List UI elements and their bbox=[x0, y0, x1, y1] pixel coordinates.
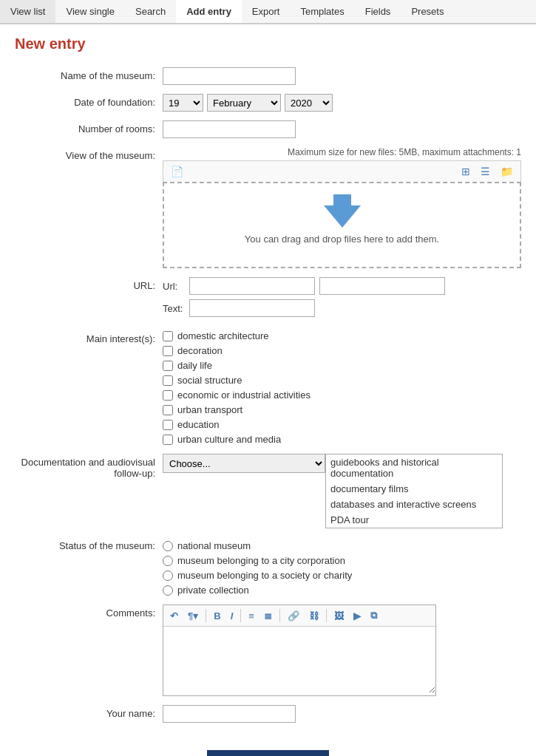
editor-link-btn[interactable]: 🔗 bbox=[284, 609, 303, 623]
editor-bold-btn[interactable]: B bbox=[210, 609, 224, 623]
editor-sep-2 bbox=[240, 609, 241, 622]
interest-checkbox-7[interactable] bbox=[163, 435, 173, 445]
editor-ol-btn[interactable]: ≣ bbox=[260, 609, 276, 623]
status-item-0[interactable]: national museum bbox=[163, 540, 521, 551]
status-control: national museum museum belonging to a ci… bbox=[163, 537, 521, 596]
folder-icon[interactable]: 📁 bbox=[498, 164, 516, 179]
list-view-icon[interactable]: ☰ bbox=[478, 164, 493, 179]
interest-item-2[interactable]: daily life bbox=[163, 360, 521, 371]
editor-sep-1 bbox=[206, 609, 206, 622]
editor-code-btn[interactable]: ⧉ bbox=[367, 608, 381, 623]
nav-view-list[interactable]: View list bbox=[0, 0, 55, 23]
status-label-3: private collection bbox=[177, 585, 249, 596]
interest-checkbox-0[interactable] bbox=[163, 331, 173, 341]
comments-control: ↶ ¶▾ B I ≡ ≣ 🔗 ⛓ 🖼 ▶ ⧉ bbox=[163, 605, 521, 696]
interest-item-6[interactable]: education bbox=[163, 419, 521, 430]
interest-item-7[interactable]: urban culture and media bbox=[163, 434, 521, 445]
file-info: Maximum size for new files: 5MB, maximum… bbox=[163, 147, 521, 157]
day-select[interactable]: 19 bbox=[163, 94, 203, 112]
button-row: SAVE AND VIEW bbox=[15, 732, 521, 756]
interest-label-1: decoration bbox=[177, 345, 223, 356]
interest-item-0[interactable]: domestic architecture bbox=[163, 330, 521, 341]
navigation: View list View single Search Add entry E… bbox=[0, 0, 536, 24]
nav-add-entry[interactable]: Add entry bbox=[176, 0, 242, 23]
url-extra-input[interactable] bbox=[319, 277, 445, 295]
url-text-input[interactable] bbox=[189, 299, 315, 317]
new-file-icon[interactable]: 📄 bbox=[168, 164, 186, 179]
year-select[interactable]: 2020 bbox=[285, 94, 333, 112]
editor-ul-btn[interactable]: ≡ bbox=[245, 609, 258, 623]
view-control: Maximum size for new files: 5MB, maximum… bbox=[163, 147, 521, 268]
interest-label-6: education bbox=[177, 419, 219, 430]
editor-video-btn[interactable]: ▶ bbox=[350, 609, 364, 623]
drop-text: You can drag and drop files here to add … bbox=[245, 234, 439, 245]
status-item-2[interactable]: museum belonging to a society or charity bbox=[163, 570, 521, 581]
interest-item-3[interactable]: social structure bbox=[163, 375, 521, 386]
interest-checkbox-3[interactable] bbox=[163, 375, 173, 386]
interests-list: domestic architecture decoration daily l… bbox=[163, 330, 521, 445]
nav-templates[interactable]: Templates bbox=[290, 0, 354, 23]
editor-image-btn[interactable]: 🖼 bbox=[330, 609, 347, 623]
url-row: URL: Url: Text: bbox=[15, 277, 521, 321]
rooms-input[interactable] bbox=[163, 120, 296, 138]
name-input[interactable] bbox=[163, 67, 296, 85]
editor-format-btn[interactable]: ¶▾ bbox=[184, 609, 202, 623]
status-radio-0[interactable] bbox=[163, 541, 173, 551]
grid-view-icon[interactable]: ⊞ bbox=[458, 164, 473, 179]
editor-italic-btn[interactable]: I bbox=[227, 609, 237, 623]
url-control: Url: Text: bbox=[163, 277, 521, 321]
doc-option-0[interactable]: guidebooks and historical documentation bbox=[326, 454, 502, 481]
interest-label-7: urban culture and media bbox=[177, 434, 281, 445]
status-item-1[interactable]: museum belonging to a city corporation bbox=[163, 555, 521, 566]
date-control: 19 February 2020 bbox=[163, 94, 521, 112]
interest-item-5[interactable]: urban transport bbox=[163, 404, 521, 415]
comments-textarea[interactable] bbox=[163, 627, 435, 693]
name-control bbox=[163, 67, 521, 85]
yourname-control bbox=[163, 705, 521, 723]
interest-checkbox-6[interactable] bbox=[163, 420, 173, 430]
status-item-3[interactable]: private collection bbox=[163, 585, 521, 596]
interest-checkbox-5[interactable] bbox=[163, 405, 173, 415]
interest-checkbox-4[interactable] bbox=[163, 390, 173, 401]
yourname-input[interactable] bbox=[163, 705, 296, 723]
interest-label-4: economic or industrial activities bbox=[177, 389, 311, 401]
status-radio-2[interactable] bbox=[163, 571, 173, 581]
name-label: Name of the museum: bbox=[15, 67, 163, 81]
month-select[interactable]: February bbox=[207, 94, 281, 112]
interest-checkbox-1[interactable] bbox=[163, 346, 173, 356]
interest-label-3: social structure bbox=[177, 375, 242, 386]
dropzone[interactable]: You can drag and drop files here to add … bbox=[163, 182, 521, 268]
nav-export[interactable]: Export bbox=[242, 0, 291, 23]
doc-select[interactable]: Choose... guidebooks and historical docu… bbox=[163, 454, 325, 473]
interests-control: domestic architecture decoration daily l… bbox=[163, 330, 521, 445]
editor-undo-btn[interactable]: ↶ bbox=[166, 609, 182, 623]
date-label: Date of foundation: bbox=[15, 94, 163, 108]
url-input[interactable] bbox=[189, 277, 315, 295]
status-label-2: museum belonging to a society or charity bbox=[177, 570, 352, 581]
status-list: national museum museum belonging to a ci… bbox=[163, 540, 521, 596]
doc-option-3[interactable]: PDA tour bbox=[326, 512, 502, 528]
view-row: View of the museum: Maximum size for new… bbox=[15, 147, 521, 268]
interest-checkbox-2[interactable] bbox=[163, 361, 173, 371]
nav-fields[interactable]: Fields bbox=[355, 0, 401, 23]
url-label: URL: bbox=[15, 277, 163, 291]
editor-toolbar: ↶ ¶▾ B I ≡ ≣ 🔗 ⛓ 🖼 ▶ ⧉ bbox=[163, 605, 435, 627]
editor-unlink-btn[interactable]: ⛓ bbox=[305, 609, 322, 623]
interest-item-1[interactable]: decoration bbox=[163, 345, 521, 356]
nav-view-single[interactable]: View single bbox=[55, 0, 125, 23]
doc-option-2[interactable]: databases and interactive screens bbox=[326, 497, 502, 512]
interests-row: Main interest(s): domestic architecture … bbox=[15, 330, 521, 445]
doc-option-1[interactable]: documentary films bbox=[326, 481, 502, 497]
status-radio-3[interactable] bbox=[163, 585, 173, 596]
save-button[interactable]: SAVE AND VIEW bbox=[207, 750, 329, 756]
nav-presets[interactable]: Presets bbox=[401, 0, 454, 23]
status-radio-1[interactable] bbox=[163, 556, 173, 566]
interest-label-5: urban transport bbox=[177, 404, 242, 415]
editor-wrapper: ↶ ¶▾ B I ≡ ≣ 🔗 ⛓ 🖼 ▶ ⧉ bbox=[163, 605, 436, 696]
comments-row: Comments: ↶ ¶▾ B I ≡ ≣ 🔗 ⛓ 🖼 ▶ bbox=[15, 605, 521, 696]
rooms-row: Number of rooms: bbox=[15, 120, 521, 138]
editor-sep-3 bbox=[279, 609, 280, 622]
nav-search[interactable]: Search bbox=[125, 0, 176, 23]
interest-item-4[interactable]: economic or industrial activities bbox=[163, 389, 521, 401]
interest-label-0: domestic architecture bbox=[177, 330, 269, 341]
